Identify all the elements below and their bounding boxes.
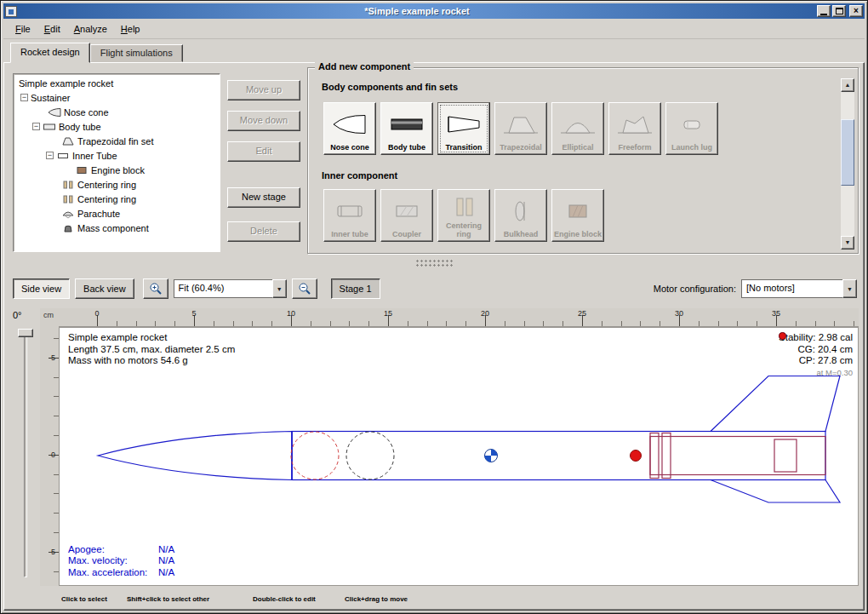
centering-ring-icon [61,194,75,204]
max-acceleration-label: Max. acceleration: [68,567,158,579]
collapse-expander-icon[interactable]: − [46,152,54,159]
stage-1-toggle[interactable]: Stage 1 [331,278,380,299]
tree-item-label: Trapezoidal fin set [77,136,153,146]
maximize-button[interactable] [832,5,846,17]
inner-components-outline[interactable] [650,433,825,479]
menu-analyze[interactable]: Analyze [67,21,114,37]
motor-configuration-value: [No motors] [741,279,842,298]
inner-component-label: Inner component [322,170,397,181]
engine-block[interactable] [774,439,797,472]
inner-tube-icon [331,192,368,230]
tree-item-label: Centering ring [77,180,136,190]
side-view-button[interactable]: Side view [13,278,70,299]
tree-item-label: Mass component [77,223,149,233]
flight-data: Apogee:N/A Max. velocity:N/A Max. accele… [68,544,174,579]
tree-item-label: Body tube [59,122,101,132]
rotation-slider[interactable] [24,334,27,577]
add-body-tube-button[interactable]: Body tube [380,102,433,155]
chevron-down-icon[interactable]: ▼ [272,279,287,298]
rocket-mass: Mass with no motors 54.6 g [68,355,235,367]
add-centering-ring-button: Centering ring [437,189,490,242]
scroll-up-button[interactable]: ▲ [841,78,854,92]
component-panel-scrollbar[interactable]: ▲ ▼ [841,78,854,250]
move-down-button: Move down [227,111,300,131]
add-bulkhead-button: Bulkhead [494,189,547,242]
stability-info: Stability: 2.98 cal CG: 20.4 cm CP: 27.8… [779,332,853,378]
airframe-outline[interactable] [98,376,840,503]
tree-item-rocket[interactable]: Simple example rocket [14,76,220,90]
tab-strip: Rocket design Flight simulations [3,39,865,62]
tree-item-engine-block[interactable]: Engine block [14,163,220,177]
tree-item-sustainer[interactable]: − Sustainer [14,90,220,105]
body-component-buttons: Nose cone Body tube Transition Trapezoid… [323,102,718,155]
engine-block-icon [75,165,89,175]
menu-file[interactable]: File [9,21,37,37]
tree-item-label: Centering ring [77,194,136,204]
zoom-select[interactable]: Fit (60.4%) ▼ [174,279,287,298]
nose-cone-icon [48,107,61,118]
maximize-icon [836,8,843,14]
tree-item-centering-ring-1[interactable]: Centering ring [14,177,220,192]
menu-bar: File Edit Analyze Help [3,19,865,39]
body-components-label: Body components and fin sets [322,82,458,92]
rocket-design-panel: Simple example rocket − Sustainer Nose c… [3,62,865,611]
tree-item-centering-ring-2[interactable]: Centering ring [14,192,220,206]
add-transition-button[interactable]: Transition [437,102,490,155]
title-bar[interactable]: *Simple example rocket × [3,3,865,19]
back-view-button[interactable]: Back view [75,278,134,299]
zoom-in-button[interactable] [143,278,168,299]
tree-item-label: Sustainer [31,93,70,103]
add-nose-cone-button[interactable]: Nose cone [323,102,376,155]
ruler-tick-label: 35 [772,309,780,318]
centering-ring-rear[interactable] [662,433,671,479]
hint-click-select: Click to select [61,595,107,603]
close-button[interactable]: × [849,5,863,17]
ruler-unit: cm [40,308,59,327]
scroll-down-button[interactable]: ▼ [841,236,854,250]
scrollbar-thumb[interactable] [841,119,854,186]
tree-item-nose-cone[interactable]: Nose cone [14,105,220,119]
ruler-tick-label: 5 [191,309,196,318]
close-icon: × [854,7,859,15]
tab-rocket-design[interactable]: Rocket design [10,43,90,63]
apogee-value: N/A [158,544,174,554]
collapse-expander-icon[interactable]: − [20,94,28,101]
parachute-outline[interactable] [291,432,339,479]
collapse-expander-icon[interactable]: − [32,123,40,130]
upper-fin[interactable] [711,376,840,432]
motor-configuration-select[interactable]: [No motors] ▼ [741,279,857,298]
ruler-tick-label: 0 [94,309,99,318]
trapezoidal-fin-icon [502,105,540,143]
rotation-slider-thumb[interactable] [18,329,33,337]
chevron-down-icon[interactable]: ▼ [842,279,857,298]
inner-tube[interactable] [650,437,825,475]
split-pane-handle[interactable] [414,259,454,267]
menu-help[interactable]: Help [114,21,147,37]
stability-value: Stability: 2.98 cal [779,332,853,344]
tree-item-label: Inner Tube [72,151,117,161]
new-stage-button[interactable]: New stage [227,187,300,208]
rocket-canvas[interactable]: Simple example rocket Length 37.5 cm, ma… [59,327,859,586]
horizontal-ruler: 0 5 10 15 20 25 30 35 [59,308,859,327]
tree-item-parachute[interactable]: Parachute [14,206,220,221]
freeform-fin-icon [616,105,654,143]
menu-edit[interactable]: Edit [37,21,67,37]
tree-item-mass-component[interactable]: Mass component [14,221,220,235]
centering-ring-icon [445,192,483,221]
window-icon[interactable] [5,6,17,17]
centering-ring-front[interactable] [650,433,659,479]
component-tree[interactable]: Simple example rocket − Sustainer Nose c… [13,73,220,252]
tree-item-label: Engine block [91,165,145,175]
mass-component-outline[interactable] [346,432,394,479]
tree-item-trapezoidal-fin-set[interactable]: Trapezoidal fin set [14,134,220,148]
tab-flight-simulations[interactable]: Flight simulations [90,44,183,62]
max-acceleration-value: N/A [158,567,174,577]
rotation-value: 0° [13,310,22,320]
zoom-out-button[interactable] [292,278,317,299]
tree-item-body-tube[interactable]: − Body tube [14,119,220,134]
motor-configuration-label: Motor configuration: [654,284,736,294]
tree-item-inner-tube[interactable]: − Inner Tube [14,148,220,163]
zoom-in-icon [149,282,163,296]
minimize-button[interactable] [817,5,831,17]
lower-fin[interactable] [711,480,840,503]
